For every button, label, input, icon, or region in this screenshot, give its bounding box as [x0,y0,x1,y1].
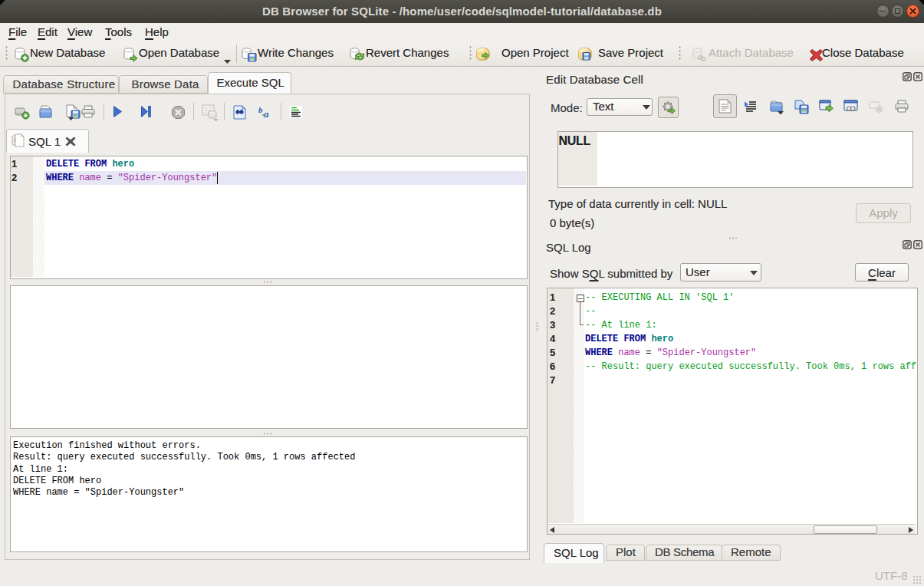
svg-text:b: b [258,105,263,114]
svg-text:a: a [264,108,269,119]
